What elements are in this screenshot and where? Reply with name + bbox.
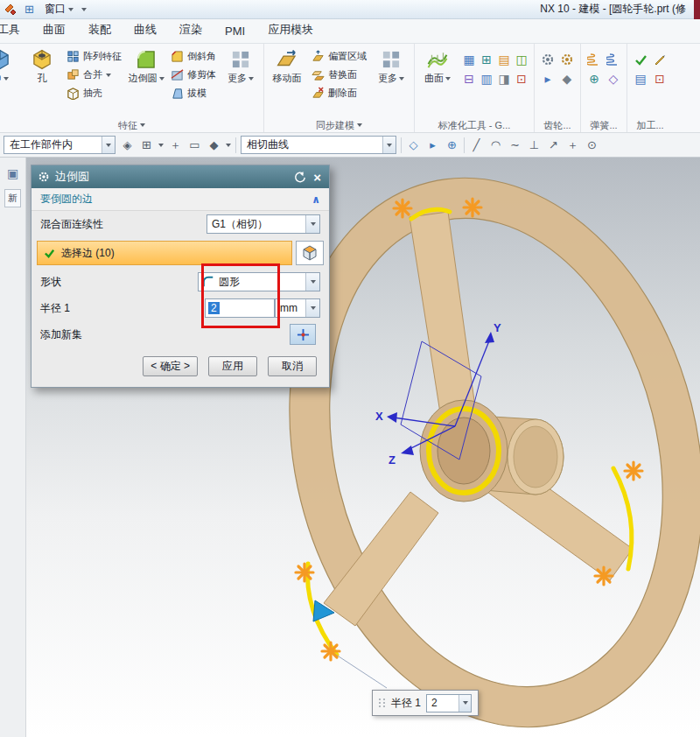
hole-button[interactable]: 孔 <box>21 45 63 85</box>
circle-tool-icon[interactable]: ⊙ <box>584 139 599 151</box>
close-icon[interactable]: × <box>312 171 323 184</box>
tab-render[interactable]: 渲染 <box>168 18 214 43</box>
replace-face-button[interactable]: 替换面 <box>308 66 370 84</box>
chevron-down-icon[interactable] <box>226 144 231 147</box>
group-label-feature[interactable]: 特征 <box>2 118 262 132</box>
apply-button[interactable]: 应用 <box>208 356 257 376</box>
radius-unit-dropdown[interactable]: mm <box>275 298 320 318</box>
arc-tool-icon[interactable]: ◠ <box>488 139 503 151</box>
tab-curve[interactable]: 曲线 <box>122 18 168 43</box>
edge-blend-button[interactable]: 边倒圆 <box>125 45 167 85</box>
gear-icon[interactable] <box>560 53 574 67</box>
snap-point-icon[interactable]: ◈ <box>120 139 135 151</box>
dialog-titlebar[interactable]: 边倒圆 × <box>32 165 329 188</box>
point-constructor-icon[interactable]: ⊕ <box>444 139 459 151</box>
group-label-machining[interactable]: 加工... <box>629 118 671 132</box>
vector-tool-icon[interactable]: ↗ <box>546 139 561 151</box>
plus-tool-icon[interactable]: ＋ <box>565 139 580 151</box>
edge-selection-marker[interactable] <box>595 567 612 585</box>
reset-icon[interactable] <box>294 171 306 183</box>
drag-handle[interactable] <box>379 698 386 707</box>
sync-more-button[interactable]: 更多 <box>370 45 412 85</box>
snap-cube-button[interactable] <box>296 241 324 265</box>
tab-assembly[interactable]: 装配 <box>77 18 122 43</box>
add-new-set-button[interactable] <box>290 324 316 345</box>
offset-region-button[interactable]: 偏置区域 <box>308 47 370 66</box>
group-label-spring[interactable]: 弹簧... <box>583 118 625 132</box>
dropdown-arrow-button[interactable] <box>382 137 396 153</box>
section-edges-to-blend[interactable]: 要倒圆的边 ∧ <box>32 188 329 211</box>
std-tool-icon-4[interactable]: ◫ <box>515 53 527 66</box>
tab-pmi[interactable]: PMI <box>214 20 256 43</box>
select-edge-active[interactable]: 选择边 (10) <box>37 241 292 265</box>
mini-radius-input[interactable]: 2 <box>426 694 472 712</box>
window-menu[interactable]: 窗口 <box>41 1 77 18</box>
spring-icon[interactable] <box>606 53 620 67</box>
edge-selection-marker[interactable] <box>322 642 340 660</box>
machining-tool-icon-4[interactable]: ⊡ <box>654 73 665 85</box>
std-tool-icon-6[interactable]: ▥ <box>480 73 492 85</box>
dashed-rect-icon[interactable]: ▭ <box>187 139 202 151</box>
spring-tool-icon-3[interactable]: ⊕ <box>589 73 599 85</box>
edge-selection-marker[interactable] <box>625 462 642 480</box>
curve-rule-dropdown[interactable]: 相切曲线 <box>241 136 396 154</box>
selection-scope-dropdown[interactable]: 在工作部件内 <box>4 136 116 154</box>
tab-surface[interactable]: 曲面 <box>32 18 77 43</box>
edge-selection-marker[interactable] <box>394 200 411 217</box>
pattern-feature-button[interactable]: 阵列特征 <box>63 47 125 66</box>
arrow-tool-icon[interactable]: ▸ <box>425 139 440 151</box>
collapse-chevron-icon[interactable]: ∧ <box>312 193 320 206</box>
draft-button[interactable]: 拔模 <box>167 84 220 102</box>
unite-button[interactable]: 合并 <box>63 66 125 84</box>
ok-button[interactable]: < 确定 > <box>143 356 198 376</box>
dropdown-arrow-button[interactable] <box>305 215 319 233</box>
spring-icon[interactable] <box>587 53 601 67</box>
quick-access-chevron-icon[interactable] <box>81 8 87 11</box>
std-tool-icon-5[interactable]: ⊟ <box>464 73 474 85</box>
delete-face-button[interactable]: 删除面 <box>308 84 370 102</box>
group-label-sync-modeling[interactable]: 同步建模 <box>266 118 412 132</box>
plus-snap-icon[interactable]: ＋ <box>168 139 183 151</box>
extrude-button[interactable]: 伸 <box>0 45 21 85</box>
std-tool-icon-3[interactable]: ▤ <box>498 53 509 66</box>
window-grid-icon[interactable]: ⊞ <box>22 4 37 15</box>
solid-cube-icon[interactable]: ◆ <box>206 139 221 151</box>
grid-snap-icon[interactable]: ⊞ <box>139 139 154 151</box>
std-tool-icon-7[interactable]: ◨ <box>498 73 509 85</box>
chevron-down-icon[interactable] <box>106 74 111 77</box>
edge-selection-marker[interactable] <box>464 199 481 216</box>
chamfer-button[interactable]: 倒斜角 <box>167 47 220 66</box>
rail-tab-new[interactable]: 新 <box>4 189 21 207</box>
window-close-fragment[interactable] <box>694 0 700 19</box>
tab-application[interactable]: 应用模块 <box>256 18 325 43</box>
group-label-std-tools[interactable]: 标准化工具 - G... <box>416 118 532 132</box>
std-tool-icon-2[interactable]: ⊞ <box>481 53 492 66</box>
chevron-down-icon[interactable] <box>158 144 164 147</box>
perpendicular-tool-icon[interactable]: ⊥ <box>527 139 542 151</box>
line-tool-icon[interactable]: ╱ <box>469 139 484 151</box>
dropdown-arrow-button[interactable] <box>305 273 319 291</box>
continuity-dropdown[interactable]: G1（相切） <box>206 214 320 234</box>
tab-tools[interactable]: 工具 <box>0 18 32 43</box>
navigator-panel-icon[interactable]: ▣ <box>7 166 18 180</box>
cancel-button[interactable]: 取消 <box>268 356 317 376</box>
group-label-gear[interactable]: 齿轮... <box>536 118 578 132</box>
machining-tool-icon-3[interactable]: ▤ <box>634 73 646 85</box>
move-face-button[interactable]: 移动面 <box>266 45 308 85</box>
shell-button[interactable]: 抽壳 <box>63 84 125 102</box>
check-icon[interactable] <box>634 53 648 67</box>
shape-dropdown[interactable]: 圆形 <box>198 272 320 291</box>
std-tool-icon-8[interactable]: ⊡ <box>516 73 527 85</box>
radius-input[interactable]: 2 <box>205 298 275 318</box>
std-tool-icon-1[interactable]: ▦ <box>463 53 474 66</box>
gear-tool-icon-3[interactable]: ▸ <box>544 73 550 85</box>
dropdown-arrow-button[interactable] <box>305 299 319 317</box>
edge-selection-marker[interactable] <box>296 564 313 581</box>
feature-more-button[interactable]: 更多 <box>220 45 262 85</box>
curve-tool-icon[interactable]: ∼ <box>508 139 522 151</box>
pencil-icon[interactable] <box>653 53 667 67</box>
dropdown-arrow-button[interactable] <box>102 137 115 153</box>
graphics-window[interactable]: Y X Z 边倒圆 <box>26 158 700 737</box>
trim-body-button[interactable]: 修剪体 <box>167 66 220 84</box>
spring-tool-icon-4[interactable]: ◇ <box>609 73 619 85</box>
